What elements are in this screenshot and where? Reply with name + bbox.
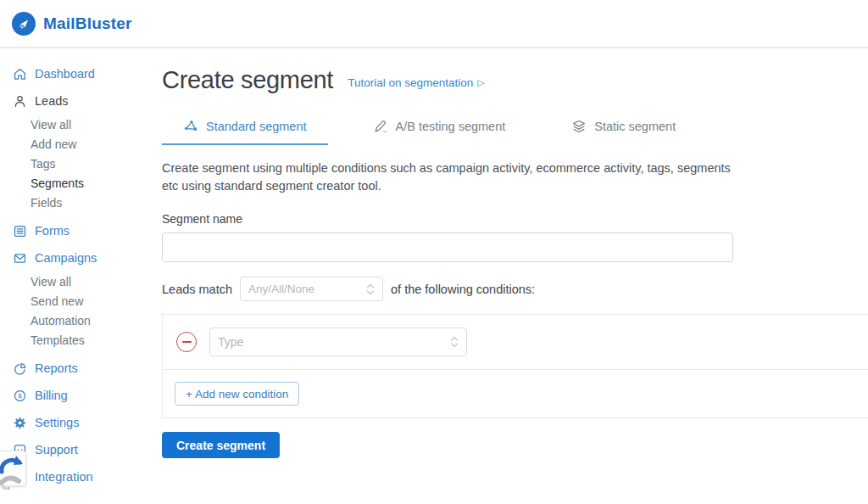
- condition-type-placeholder: Type: [218, 335, 243, 349]
- create-segment-button[interactable]: Create segment: [162, 432, 280, 458]
- sidebar-subitem-leads-add-new[interactable]: Add new: [0, 134, 162, 154]
- sidebar-item-label: Billing: [35, 389, 68, 402]
- tab-static-segment[interactable]: Static segment: [550, 109, 697, 145]
- tab-label: Standard segment: [206, 120, 307, 133]
- sidebar-item-label: Reports: [35, 361, 78, 375]
- home-icon: [12, 66, 27, 81]
- mailbluster-logo-icon[interactable]: [12, 12, 36, 36]
- chevron-up-down-icon: [366, 283, 375, 295]
- sidebar-subitem-send-new[interactable]: Send new: [0, 291, 162, 311]
- layers-icon: [571, 119, 587, 134]
- dollar-circle-icon: $: [12, 388, 27, 403]
- segment-type-tabs: Standard segment A/B testing segment Sta…: [162, 109, 868, 145]
- sidebar-item-campaigns[interactable]: Campaigns: [0, 244, 162, 272]
- overlay-artifact-caption: Tea: [2, 485, 10, 490]
- pie-chart-icon: [12, 361, 27, 376]
- segment-name-input[interactable]: [162, 232, 733, 262]
- sidebar-item-label: Support: [35, 443, 78, 456]
- add-condition-row: + Add new condition: [163, 369, 868, 417]
- minus-icon: [182, 341, 192, 343]
- brand-name[interactable]: MailBluster: [43, 14, 132, 33]
- tab-label: Static segment: [594, 120, 676, 133]
- sidebar-item-label: Campaigns: [35, 251, 97, 265]
- sidebar-item-label: Forms: [35, 224, 70, 238]
- conditions-suffix-label: of the following conditions:: [391, 283, 535, 296]
- paper-plane-icon: [16, 16, 31, 31]
- sidebar-item-leads[interactable]: Leads: [0, 87, 162, 115]
- condition-type-select[interactable]: Type: [209, 328, 467, 356]
- sidebar-subitem-leads-view-all[interactable]: View all: [0, 115, 162, 134]
- screen-overlay-artifact: [0, 451, 26, 486]
- sidebar-item-billing[interactable]: $ Billing: [0, 382, 162, 409]
- sidebar-item-forms[interactable]: Forms: [0, 217, 162, 244]
- segment-name-label: Segment name: [162, 212, 868, 226]
- sidebar-subitem-templates[interactable]: Templates: [0, 330, 162, 350]
- tab-label: A/B testing segment: [396, 120, 506, 133]
- segment-description: Create segment using multiple conditions…: [162, 160, 747, 195]
- sidebar-item-reports[interactable]: Reports: [0, 355, 162, 382]
- sidebar-item-dashboard[interactable]: Dashboard: [0, 60, 162, 87]
- sidebar-subitem-campaigns-view-all[interactable]: View all: [0, 272, 162, 291]
- envelope-icon: [12, 250, 27, 266]
- sidebar-item-label: Dashboard: [35, 67, 95, 81]
- tutorial-link-label: Tutorial on segmentation: [348, 76, 473, 89]
- play-icon: ▷: [477, 78, 484, 87]
- share-network-icon: [183, 119, 198, 134]
- tab-ab-testing-segment[interactable]: A/B testing segment: [352, 109, 527, 145]
- match-mode-select[interactable]: Any/All/None: [240, 277, 383, 301]
- sidebar-item-label: Integration: [35, 470, 93, 484]
- sidebar-subitem-fields[interactable]: Fields: [0, 193, 162, 212]
- main-content: Create segment Tutorial on segmentation …: [162, 48, 868, 458]
- sidebar-nav: Dashboard Leads View all Add new Tags Se…: [0, 48, 162, 490]
- match-mode-placeholder: Any/All/None: [248, 283, 314, 295]
- sidebar-subitem-automation[interactable]: Automation: [0, 311, 162, 330]
- sidebar-subitem-segments[interactable]: Segments: [0, 173, 162, 193]
- conditions-group: Type + Add new condition: [162, 314, 868, 418]
- cursor-arrow-artifact-icon: [0, 451, 26, 486]
- form-icon: [12, 223, 27, 238]
- top-bar: MailBluster: [0, 0, 868, 48]
- tab-standard-segment[interactable]: Standard segment: [162, 109, 328, 145]
- add-new-condition-button[interactable]: + Add new condition: [175, 382, 299, 406]
- sidebar-item-label: Settings: [35, 416, 79, 429]
- leads-match-label: Leads match: [162, 283, 232, 296]
- remove-condition-button[interactable]: [176, 332, 197, 352]
- svg-text:$: $: [18, 392, 22, 400]
- sidebar-item-label: Leads: [35, 94, 69, 108]
- pen-icon: [373, 119, 388, 134]
- gear-icon: [12, 415, 27, 430]
- page-title: Create segment: [162, 66, 333, 94]
- sidebar-item-settings[interactable]: Settings: [0, 409, 162, 436]
- condition-row: Type: [163, 315, 868, 369]
- user-icon: [12, 93, 27, 109]
- chevron-up-down-icon: [450, 336, 459, 348]
- sidebar-subitem-tags[interactable]: Tags: [0, 154, 162, 173]
- tutorial-link[interactable]: Tutorial on segmentation ▷: [348, 76, 485, 89]
